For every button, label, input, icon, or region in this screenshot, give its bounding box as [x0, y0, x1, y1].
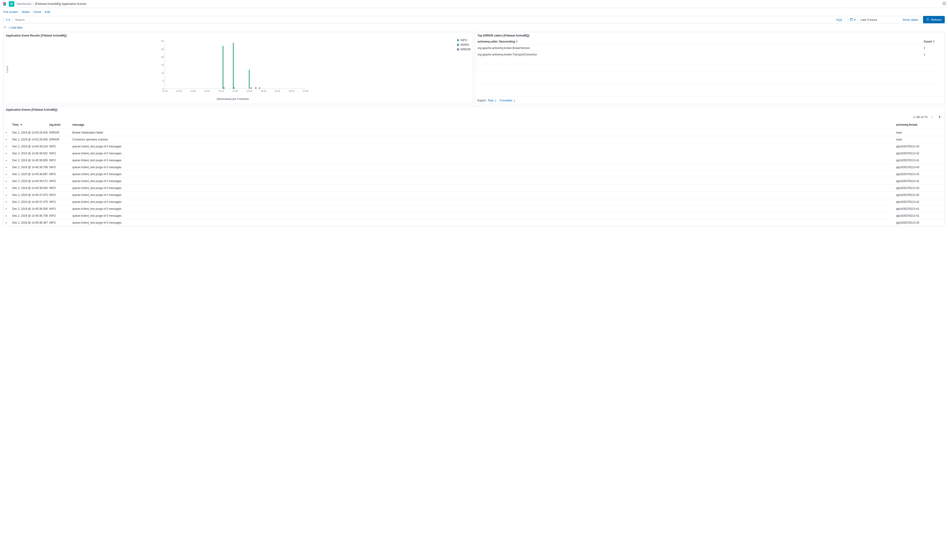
table-row[interactable]: ▸ Dec 2, 2019 @ 14:45:38.850 INFO queue:…: [3, 157, 945, 163]
error-panel-title: Top ERROR callers [Filebeat ActiveMQ]: [477, 34, 942, 37]
breadcrumb-dashboard-link[interactable]: Dashboard: [17, 2, 31, 6]
cell-thread: qtp1635378213-43: [896, 221, 942, 224]
chart-x-axis-label: @timestamp per 5 minutes: [9, 97, 457, 100]
error-col-caller-header[interactable]: activemq.caller: Descending ⇅: [477, 40, 924, 43]
table-row[interactable]: ▸ Dec 2, 2019 @ 14:45:36.935 INFO queue:…: [3, 205, 945, 212]
expand-row-button[interactable]: ▸: [6, 173, 12, 175]
expand-row-button[interactable]: ▸: [6, 187, 12, 189]
svg-rect-30: [251, 87, 252, 89]
table-row[interactable]: ▸ Dec 2, 2019 @ 14:45:37.870 INFO queue:…: [3, 191, 945, 198]
sort-icon: ⇅: [516, 40, 518, 43]
pager-next-button[interactable]: [937, 114, 942, 120]
refresh-button[interactable]: Refresh: [923, 16, 945, 23]
svg-text:15:00: 15:00: [260, 90, 266, 92]
table-row[interactable]: ▸ Dec 2, 2019 @ 14:45:39.018 INFO queue:…: [3, 143, 945, 150]
expand-row-button[interactable]: ▸: [6, 166, 12, 168]
add-filter-button[interactable]: + Add filter: [8, 26, 23, 29]
date-range-text[interactable]: Last 3 hours: [858, 18, 900, 22]
table-row[interactable]: org.apache.activemq.broker.TransportConn…: [477, 51, 942, 58]
expand-row-button[interactable]: ▸: [6, 208, 12, 210]
table-row: [477, 84, 942, 90]
table-row[interactable]: ▸ Dec 2, 2019 @ 14:45:36.759 INFO queue:…: [3, 212, 945, 219]
help-icon[interactable]: [942, 2, 946, 6]
chevron-right-icon: [938, 115, 941, 118]
cell-level: INFO: [49, 152, 72, 155]
col-level-header[interactable]: log.level: [49, 123, 72, 126]
export-label: Export:: [477, 99, 486, 102]
filter-settings-button[interactable]: [3, 26, 6, 29]
col-thread-header[interactable]: activemq.thread: [896, 123, 942, 126]
table-row[interactable]: ▸ Dec 2, 2019 @ 14:45:38.572 INFO queue:…: [3, 177, 945, 185]
table-row[interactable]: ▸ Dec 2, 2019 @ 14:45:38.063 INFO queue:…: [3, 185, 945, 191]
table-row[interactable]: ▸ Dec 2, 2019 @ 14:55:28.000 ERROR Broke…: [3, 129, 945, 136]
cell-message: queue://client_test purge of 0 messages: [72, 166, 896, 169]
expand-row-button[interactable]: ▸: [6, 159, 12, 162]
kibana-logo-icon[interactable]: [2, 1, 8, 7]
share-link[interactable]: Share: [22, 10, 30, 14]
svg-text:14:15: 14:15: [219, 90, 224, 92]
date-quick-select-button[interactable]: ▾: [848, 16, 858, 23]
export-row: Export: Raw ⭳ Formatted ⭳: [477, 99, 942, 102]
legend-item[interactable]: INFO: [457, 38, 471, 42]
table-row: [477, 77, 942, 84]
cell-thread: qtp1635378213-41: [896, 180, 942, 183]
svg-text:13:30: 13:30: [176, 90, 182, 92]
table-row[interactable]: ▸ Dec 2, 2019 @ 14:45:37.375 INFO queue:…: [3, 198, 945, 205]
app-badge[interactable]: D: [9, 1, 14, 7]
table-row: [477, 71, 942, 77]
expand-row-button[interactable]: ▸: [6, 138, 12, 141]
search-input[interactable]: [13, 18, 834, 22]
expand-row-button[interactable]: ▸: [6, 152, 12, 155]
events-panel-title: Application Events [Filebeat ActiveMQ]: [6, 108, 57, 111]
expand-row-button[interactable]: ▸: [6, 221, 12, 224]
app-header: D Dashboard / [Filebeat ActiveMQ] Applic…: [0, 0, 948, 8]
filter-options-button[interactable]: # ▾: [3, 16, 13, 23]
date-range-picker: ▾ Last 3 hours Show dates: [847, 16, 921, 23]
export-raw-link[interactable]: Raw ⭳: [488, 99, 497, 102]
svg-rect-27: [249, 70, 249, 89]
col-time-header[interactable]: Time ▼: [12, 123, 49, 126]
kql-toggle[interactable]: KQL: [834, 18, 845, 22]
expand-row-button[interactable]: ▸: [6, 200, 12, 203]
download-icon: ⭳: [494, 99, 497, 102]
table-row[interactable]: ▸ Dec 2, 2019 @ 14:45:38.768 INFO queue:…: [3, 163, 945, 171]
cell-thread: qtp1635378213-43: [896, 166, 942, 169]
cell-thread: qtp1635378213-41: [896, 214, 942, 217]
expand-row-button[interactable]: ▸: [6, 214, 12, 217]
filter-row: + Add filter: [0, 25, 948, 32]
expand-row-button[interactable]: ▸: [6, 194, 12, 196]
cell-time: Dec 2, 2019 @ 14:45:39.018: [12, 145, 49, 148]
legend-dot-icon: [457, 39, 459, 42]
legend-item[interactable]: ERROR: [457, 48, 471, 51]
clone-link[interactable]: Clone: [33, 10, 41, 14]
cell-message: queue://client_test purge of 0 messages: [72, 186, 896, 190]
cell-time: Dec 2, 2019 @ 14:45:37.375: [12, 200, 49, 203]
show-dates-link[interactable]: Show dates: [900, 18, 921, 22]
svg-text:30: 30: [161, 40, 164, 42]
col-message-header[interactable]: message: [72, 123, 896, 126]
expand-row-button[interactable]: ▸: [6, 131, 12, 134]
table-row[interactable]: ▸ Dec 2, 2019 @ 14:45:38.687 INFO queue:…: [3, 171, 945, 177]
error-col-count-header[interactable]: Count ⇅: [924, 40, 942, 43]
cell-time: Dec 2, 2019 @ 14:45:36.759: [12, 214, 49, 217]
table-row[interactable]: ▸ Dec 2, 2019 @ 14:52:28.000 ERROR Conne…: [3, 136, 945, 143]
cell-message: queue://client_test purge of 0 messages: [72, 172, 896, 176]
fullscreen-link[interactable]: Full screen: [3, 10, 18, 14]
legend-item[interactable]: WARN: [457, 43, 471, 46]
calendar-icon: [850, 18, 853, 22]
pager-prev-button[interactable]: [929, 114, 935, 120]
export-formatted-link[interactable]: Formatted ⭳: [500, 99, 516, 102]
bar-chart[interactable]: 05101520253013:1513:3013:4514:0014:1514:…: [9, 38, 457, 96]
expand-row-button[interactable]: ▸: [6, 145, 12, 148]
svg-text:20: 20: [161, 56, 164, 58]
edit-link[interactable]: Edit: [45, 10, 50, 14]
table-row[interactable]: org.apache.activemq.broker.BrokerService…: [477, 45, 942, 51]
table-row[interactable]: ▸ Dec 2, 2019 @ 14:45:38.932 INFO queue:…: [3, 150, 945, 157]
expand-row-button[interactable]: ▸: [6, 180, 12, 182]
table-row[interactable]: ▸ Dec 2, 2019 @ 14:45:36.387 INFO queue:…: [3, 219, 945, 226]
legend-label: ERROR: [460, 48, 471, 51]
cell-message: queue://client_test purge of 0 messages: [72, 180, 896, 183]
legend-dot-icon: [457, 44, 459, 46]
svg-rect-28: [223, 87, 225, 89]
dashboard-toolbar: Full screen Share Clone Edit: [0, 8, 948, 15]
